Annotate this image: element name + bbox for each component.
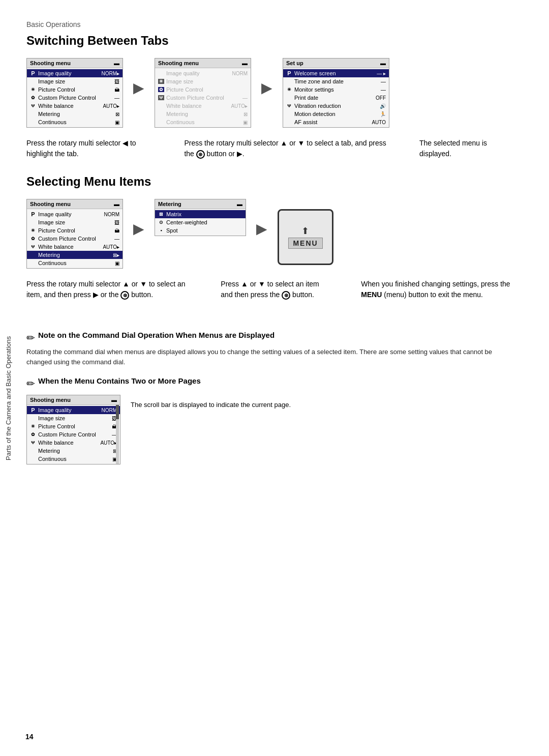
scroll-screen-icon: ▬ <box>111 397 117 403</box>
item-label: Continuous <box>38 260 113 266</box>
item-value: — <box>381 87 386 93</box>
item-label: Picture Control <box>38 227 112 234</box>
screen2-header: Shooting menu ▬ <box>155 59 251 68</box>
menu-row: Ψ White balance AUTO▸ <box>27 243 123 251</box>
menu-row: Metering ⊠ <box>155 110 251 118</box>
item-label: Picture Control <box>38 86 112 93</box>
tab-star2: ✳ <box>158 79 164 84</box>
instruction-3: The selected menu is displayed. <box>419 138 518 159</box>
menu-row: Image size 🖼 <box>27 414 120 422</box>
item-value: NORM <box>101 408 117 413</box>
item-value: AUTO <box>372 120 386 125</box>
menu-row: Metering ⊠▸ <box>27 251 123 259</box>
tab-p3: P <box>286 70 292 76</box>
screen4-body: P Image quality NORM Image size 🖼 ✳ Pict… <box>27 209 123 268</box>
arrow-2: ▶ <box>261 79 272 96</box>
item-value: 🖼 <box>114 220 119 225</box>
item-label: Time zone and date <box>294 78 379 84</box>
item-value: 🔊 <box>380 103 386 109</box>
item-label: Monitor settings <box>294 86 379 93</box>
item-value: ⊠▸ <box>113 252 119 258</box>
item-label: Matrix <box>166 211 242 217</box>
item-label: White balance <box>166 103 229 109</box>
item-value: NORM <box>232 71 248 76</box>
screen3-header: Set up ▬ <box>283 59 389 68</box>
item-value: ▣ <box>115 120 119 125</box>
tab-star5: ✳ <box>30 424 36 429</box>
menu-button-area: ⬆ MENU <box>278 199 333 265</box>
item-value: — <box>242 95 248 101</box>
screen2-body: Image quality NORM ✳ Image size ✿ Pictur… <box>155 68 251 127</box>
tab-p5: P <box>30 407 36 413</box>
screen3-body: P Welcome screen — ▸ Time zone and date … <box>283 68 389 127</box>
item-value: ⊠ <box>243 111 248 117</box>
item-label: AF assist <box>294 119 370 125</box>
menu-btn-arrow-icon: ⬆ <box>301 225 309 237</box>
item-label: Picture Control <box>38 423 110 429</box>
item-label: Image size <box>38 78 112 84</box>
menu-row: Time zone and date — <box>283 77 389 85</box>
instruction-row-1: Press the rotary multi selector ◀ to hig… <box>26 138 518 159</box>
item-label: Picture Control <box>166 86 246 93</box>
tab-p: P <box>30 70 36 76</box>
scroll-screen-wrapper: Shooting menu ▬ P Image quality NORM <box>26 395 120 464</box>
item-label: White balance <box>38 103 101 109</box>
item-label: Custom Picture Control <box>38 95 112 101</box>
menu-row: Ψ Vibration reduction 🔊 <box>283 102 389 110</box>
menu-row: AF assist AUTO <box>283 118 389 126</box>
item-value: — <box>114 95 119 101</box>
menu-row: ⊙ Center-weighted <box>155 218 246 226</box>
item-value: ⊠ <box>115 111 119 117</box>
tab-star3: ✳ <box>286 87 292 92</box>
menu-row: Image size 🖼 <box>27 218 123 226</box>
tab-p4: P <box>30 211 36 217</box>
tab-star4: ✳ <box>30 228 36 233</box>
item-value: ▣ <box>243 120 248 125</box>
item-label: White balance <box>38 440 98 446</box>
screen5-header: Metering ▬ <box>155 199 246 209</box>
item-label: Welcome screen <box>294 70 375 76</box>
menu-row: Metering ⊠ <box>27 110 123 118</box>
screen5-body: ⊠ Matrix ⊙ Center-weighted ▪ Spot <box>155 209 246 236</box>
screen1-header: Shooting menu ▬ <box>27 59 123 68</box>
item-label: Spot <box>166 227 242 234</box>
menu-row: P Image quality NORM <box>27 406 120 414</box>
screen3-icon: ▬ <box>380 60 386 66</box>
item-label: Image quality <box>166 70 230 76</box>
arrow-1: ▶ <box>133 79 144 96</box>
tab-spot-icon: ▪ <box>158 228 164 233</box>
note2-block: ✏ When the Menu Contains Two or More Pag… <box>26 376 518 464</box>
note1-block: ✏ Note on the Command Dial Operation Whe… <box>26 331 518 367</box>
menu-row: Continuous ▣ <box>155 118 251 126</box>
item-value: — <box>114 236 119 242</box>
screen4-header: Shooting menu ▬ <box>27 199 123 209</box>
screen1-body: P Image quality NORM▸ Image size 🖼 ✳ Pic… <box>27 68 123 127</box>
tab-flower: ✿ <box>30 95 36 100</box>
menu-button[interactable]: ⬆ MENU <box>278 209 333 265</box>
scroll-description: The scroll bar is displayed to indicate … <box>131 395 518 410</box>
section1-title: Switching Between Tabs <box>26 34 518 48</box>
item-label: Custom Picture Control <box>166 95 240 101</box>
menu-row: Motion detection 🏃 <box>283 110 389 118</box>
scroll-screen-title: Shooting menu <box>30 397 71 403</box>
screen1-icon: ▬ <box>114 60 119 66</box>
menu-row: Image size 🖼 <box>27 77 123 85</box>
menu-row: Continuous ▣ <box>27 455 120 463</box>
note1-text: Rotating the command dial when menus are… <box>26 347 518 367</box>
item-label: Image quality <box>38 211 102 217</box>
screen4-icon: ▬ <box>114 201 119 207</box>
menu-row: P Welcome screen — ▸ <box>283 69 389 77</box>
bottom-screen-row: Shooting menu ▬ P Image quality NORM <box>26 395 518 464</box>
pencil-icon-1: ✏ <box>26 332 35 344</box>
menu-row: Continuous ▣ <box>27 118 123 126</box>
item-value: AUTO▸ <box>100 440 117 446</box>
instruction-row-2: Press the rotary multi selector ▲ or ▼ t… <box>26 279 518 300</box>
item-value: AUTO▸ <box>231 103 248 109</box>
tab-matrix-icon: ⊠ <box>158 212 164 217</box>
menu-row: ✿ Picture Control <box>155 85 251 94</box>
item-label: Continuous <box>38 119 113 125</box>
menu-row: White balance AUTO▸ <box>155 102 251 110</box>
item-label: Vibration reduction <box>294 103 378 109</box>
note1-heading: ✏ Note on the Command Dial Operation Whe… <box>26 331 518 344</box>
scroll-screen-header: Shooting menu ▬ <box>27 395 120 405</box>
